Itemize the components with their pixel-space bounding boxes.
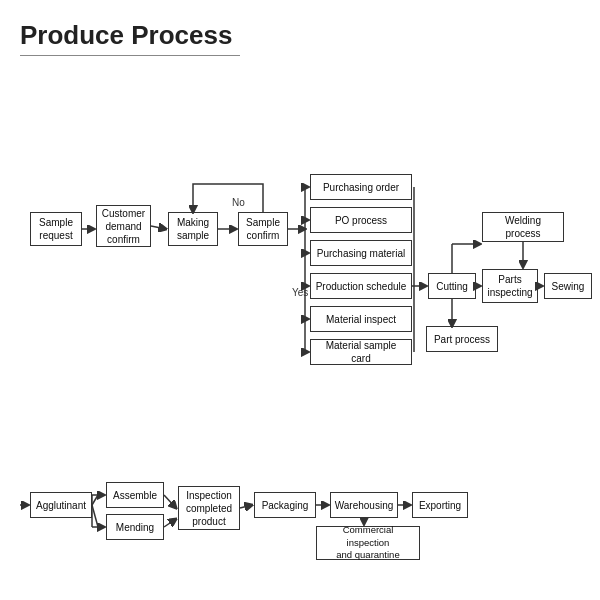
box-assemble: Assemble xyxy=(106,482,164,508)
box-customer-demand: Customerdemandconfirm xyxy=(96,205,151,247)
box-commercial-inspection: Commercial inspectionand quarantine xyxy=(316,526,420,560)
box-warehousing: Warehousing xyxy=(330,492,398,518)
title-underline xyxy=(20,55,240,56)
box-sample-confirm: Sampleconfirm xyxy=(238,212,288,246)
box-production-schedule: Production schedule xyxy=(310,273,412,299)
box-packaging: Packaging xyxy=(254,492,316,518)
box-sample-request: Samplerequest xyxy=(30,212,82,246)
box-part-process: Part process xyxy=(426,326,498,352)
box-making-sample: Makingsample xyxy=(168,212,218,246)
box-mending: Mending xyxy=(106,514,164,540)
svg-line-28 xyxy=(164,495,176,508)
label-no: No xyxy=(232,197,245,208)
svg-line-29 xyxy=(164,519,176,527)
box-sewing: Sewing xyxy=(544,273,592,299)
box-material-inspect: Material inspect xyxy=(310,306,412,332)
box-material-sample-card: Material sample card xyxy=(310,339,412,365)
box-cutting: Cutting xyxy=(428,273,476,299)
box-parts-inspecting: Partsinspecting xyxy=(482,269,538,303)
box-purchasing-order: Purchasing order xyxy=(310,174,412,200)
svg-line-22 xyxy=(92,495,98,505)
box-agglutinant: Agglutinant xyxy=(30,492,92,518)
svg-line-2 xyxy=(151,226,166,229)
box-purchasing-material: Purchasing material xyxy=(310,240,412,266)
svg-line-30 xyxy=(240,505,252,508)
svg-line-23 xyxy=(92,505,98,527)
page: Produce Process Samplerequest Customerde… xyxy=(0,0,600,600)
page-title: Produce Process xyxy=(20,20,580,51)
box-exporting: Exporting xyxy=(412,492,468,518)
label-yes: Yes xyxy=(292,287,308,298)
box-welding-process: Welding process xyxy=(482,212,564,242)
box-po-process: PO process xyxy=(310,207,412,233)
diagram: Samplerequest Customerdemandconfirm Maki… xyxy=(20,74,580,594)
box-inspection-completed: Inspectioncompletedproduct xyxy=(178,486,240,530)
